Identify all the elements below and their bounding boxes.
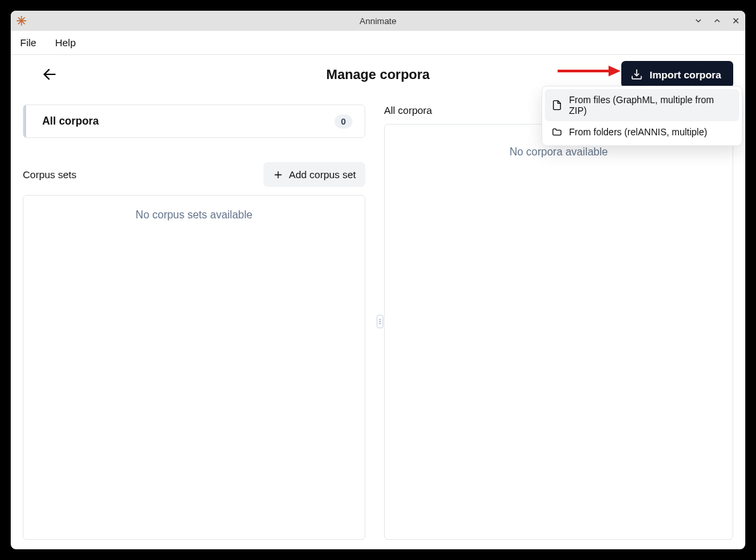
app-window: Annimate File Help Manage corpora [11,11,745,549]
import-from-folders-item[interactable]: From folders (relANNIS, multiple) [545,121,739,143]
minimize-button[interactable] [692,14,705,27]
add-corpus-set-label: Add corpus set [289,169,356,180]
all-corpora-count-badge: 0 [334,115,353,129]
add-corpus-set-button[interactable]: Add corpus set [263,162,365,187]
attention-arrow-icon [556,63,621,79]
folder-icon [552,127,562,137]
import-corpora-button[interactable]: Import corpora [621,61,733,88]
right-pane: All corpora No corpora available [377,94,745,540]
content-area: All corpora 0 Corpus sets Add corpus set… [11,94,745,549]
maximize-button[interactable] [710,14,724,27]
menu-help[interactable]: Help [55,37,76,48]
no-sets-text: No corpus sets available [135,209,252,220]
app-logo-icon [16,15,27,26]
left-pane: All corpora 0 Corpus sets Add corpus set… [11,94,377,540]
all-corpora-label: All corpora [42,115,99,127]
corpora-list-box: No corpora available [384,124,733,540]
file-icon [552,100,562,111]
corpus-sets-row: Corpus sets Add corpus set [23,162,365,187]
svg-marker-8 [609,66,621,76]
page-header: Manage corpora Import corpora From files… [11,55,745,94]
import-icon [631,68,643,80]
window-title: Annimate [11,16,745,26]
import-corpora-label: Import corpora [649,69,721,80]
pane-resize-handle[interactable] [377,315,383,328]
back-button[interactable] [38,62,62,86]
import-from-files-label: From files (GraphML, multiple from ZIP) [569,94,733,116]
titlebar: Annimate [11,11,745,31]
import-from-files-item[interactable]: From files (GraphML, multiple from ZIP) [545,89,739,121]
corpus-sets-box: No corpus sets available [23,195,365,540]
card-accent [23,105,26,137]
close-button[interactable] [729,14,743,27]
menu-file[interactable]: File [20,37,36,48]
all-corpora-card[interactable]: All corpora 0 [23,104,365,138]
window-controls [692,14,743,27]
import-dropdown: From files (GraphML, multiple from ZIP) … [542,86,743,146]
no-corpora-text: No corpora available [509,146,608,157]
corpus-sets-label: Corpus sets [23,169,76,180]
import-from-folders-label: From folders (relANNIS, multiple) [569,127,707,137]
menubar: File Help [11,31,745,55]
plus-icon [273,169,284,180]
